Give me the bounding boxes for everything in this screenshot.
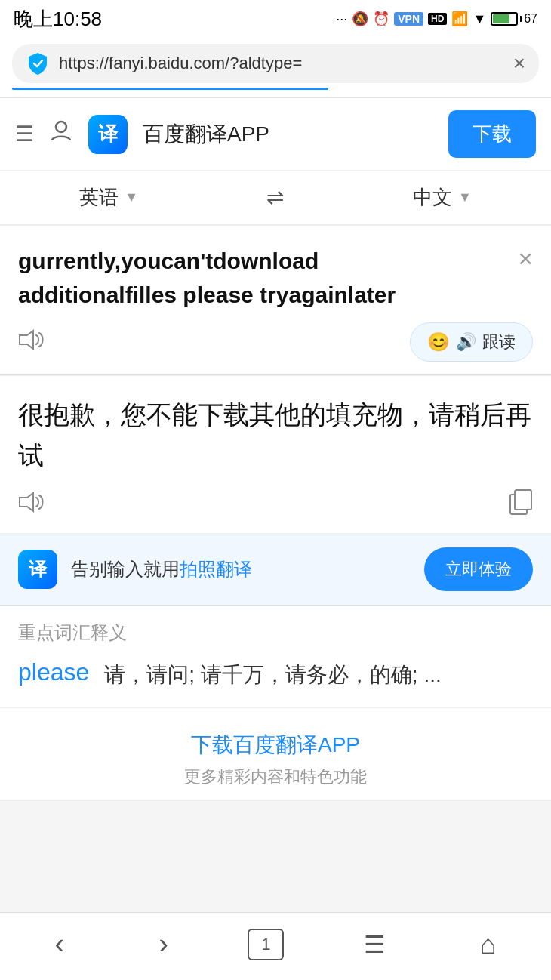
input-sound-button[interactable] — [18, 329, 45, 356]
vocab-section-title: 重点词汇释义 — [18, 621, 533, 645]
ad-experience-button[interactable]: 立即体验 — [424, 547, 533, 591]
app-logo: 译 — [88, 115, 128, 154]
follow-read-label: 🔊 — [456, 332, 476, 352]
home-button[interactable]: ⌂ — [465, 923, 512, 966]
wifi-icon: ▼ — [473, 11, 486, 27]
ad-banner: 译 告别输入就用拍照翻译 立即体验 — [0, 534, 551, 606]
clear-input-button[interactable]: × — [518, 244, 533, 273]
menu-icon[interactable]: ☰ — [15, 122, 34, 146]
battery-level: 67 — [524, 12, 537, 26]
status-bar: 晚上10:58 ··· 🔕 ⏰ VPN HD 📶 ▼ 67 — [0, 0, 551, 36]
svg-rect-4 — [515, 490, 531, 510]
source-lang-arrow: ▼ — [125, 190, 138, 205]
follow-icon: 😊 — [427, 331, 450, 353]
ad-text-plain: 告别输入就用 — [71, 559, 180, 579]
status-time: 晚上10:58 — [14, 6, 102, 32]
download-cta-subtext: 更多精彩内容和特色功能 — [18, 766, 533, 788]
alarm-icon: ⏰ — [373, 11, 389, 27]
svg-point-0 — [56, 122, 66, 132]
svg-marker-1 — [20, 331, 33, 349]
ad-text-highlight: 拍照翻译 — [180, 559, 252, 579]
vocab-section: 重点词汇释义 please 请，请问; 请千万，请务必，的确; ... — [0, 606, 551, 708]
translation-area: 很抱歉，您不能下载其他的填充物，请稍后再试 — [0, 375, 551, 534]
bottom-nav-spacer — [0, 801, 551, 869]
url-active-indicator — [12, 88, 328, 90]
translation-sound-button[interactable] — [18, 492, 45, 518]
browser-bar: https://fanyi.baidu.com/?aldtype= × — [0, 36, 551, 98]
ad-logo: 译 — [18, 550, 57, 589]
follow-read-text: 跟读 — [482, 331, 516, 353]
input-text: gurrently,youcan'tdownload additionalfil… — [18, 244, 509, 312]
ellipsis-icon: ··· — [336, 11, 347, 27]
target-lang-label: 中文 — [413, 184, 452, 211]
page-count-button[interactable]: 1 — [248, 929, 284, 960]
input-line2: additionalfilles please tryagainlater — [18, 278, 509, 312]
source-language-select[interactable]: 英语 ▼ — [79, 184, 138, 211]
app-header: ☰ 译 百度翻译APP 下载 — [0, 98, 551, 171]
mute-icon: 🔕 — [352, 11, 368, 27]
input-line1: gurrently,youcan'tdownload — [18, 244, 509, 278]
download-cta: 下载百度翻译APP 更多精彩内容和特色功能 — [0, 708, 551, 801]
vocab-word[interactable]: please — [18, 658, 89, 686]
ad-text: 告别输入就用拍照翻译 — [71, 557, 411, 581]
translation-text: 很抱歉，您不能下载其他的填充物，请稍后再试 — [18, 394, 533, 476]
tabs-menu-button[interactable]: ☰ — [349, 924, 401, 965]
hd-badge: HD — [428, 13, 447, 25]
swap-languages-icon[interactable]: ⇌ — [266, 185, 284, 210]
svg-marker-2 — [20, 493, 33, 511]
target-lang-arrow: ▼ — [458, 190, 472, 205]
shield-icon — [26, 51, 50, 76]
language-bar: 英语 ▼ ⇌ 中文 ▼ — [0, 171, 551, 226]
input-footer: 😊 🔊 跟读 — [18, 322, 533, 362]
source-lang-label: 英语 — [79, 184, 119, 211]
copy-translation-button[interactable] — [509, 488, 533, 521]
user-icon[interactable] — [49, 119, 73, 149]
app-download-button[interactable]: 下载 — [448, 110, 536, 158]
signal-icon: 📶 — [451, 11, 468, 27]
bottom-nav: ‹ › 1 ☰ ⌂ — [0, 912, 551, 980]
vocab-definition: 请，请问; 请千万，请务必，的确; ... — [104, 658, 441, 692]
battery-indicator: 67 — [491, 12, 537, 26]
follow-read-button[interactable]: 😊 🔊 跟读 — [410, 322, 533, 362]
input-header: gurrently,youcan'tdownload additionalfil… — [18, 244, 533, 312]
app-name: 百度翻译APP — [143, 120, 433, 149]
input-area: gurrently,youcan'tdownload additionalfil… — [0, 226, 551, 374]
back-button[interactable]: ‹ — [40, 922, 80, 966]
url-text: https://fanyi.baidu.com/?aldtype= — [59, 54, 504, 73]
translation-footer — [18, 488, 533, 521]
status-icons: ··· 🔕 ⏰ VPN HD 📶 ▼ 67 — [336, 11, 537, 27]
url-bar[interactable]: https://fanyi.baidu.com/?aldtype= × — [12, 44, 539, 83]
target-language-select[interactable]: 中文 ▼ — [413, 184, 472, 211]
close-tab-button[interactable]: × — [513, 51, 525, 76]
download-cta-text[interactable]: 下载百度翻译APP — [18, 731, 533, 760]
vpn-badge: VPN — [394, 12, 423, 26]
vocab-entry: please 请，请问; 请千万，请务必，的确; ... — [18, 658, 533, 692]
forward-button[interactable]: › — [143, 922, 183, 966]
